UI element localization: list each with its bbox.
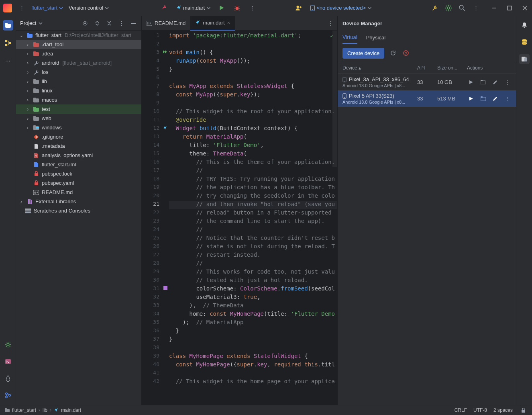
tree-item-lib[interactable]: ›lib: [16, 77, 141, 86]
device-dropdown[interactable]: <no device selected>: [310, 5, 371, 11]
tree-item-android[interactable]: ›android[flutter_start_android]: [16, 58, 141, 67]
tree-item-.gitignore[interactable]: .gitignore: [16, 132, 141, 141]
svg-point-68: [344, 81, 345, 82]
svg-point-13: [450, 9, 451, 10]
search-icon[interactable]: [458, 4, 466, 12]
close-tab-icon[interactable]: ×: [227, 20, 230, 26]
status-indent[interactable]: 2 spaces: [493, 407, 513, 413]
tree-item-macos[interactable]: ›macos: [16, 95, 141, 104]
svg-rect-59: [31, 199, 32, 204]
editor-scrollbar[interactable]: [332, 31, 337, 167]
svg-rect-37: [33, 79, 36, 81]
tree-root[interactable]: ⌄ flutter_start D:\Project\IntelliJ\flut…: [16, 31, 141, 40]
scratches[interactable]: Scratches and Consoles: [16, 206, 141, 215]
device-manager-title: Device Manager: [338, 16, 516, 31]
device-manager-panel: Device Manager Virtual Physical Create d…: [337, 16, 516, 405]
more-run-icon[interactable]: ⋮: [248, 4, 256, 12]
svg-point-10: [446, 5, 447, 6]
structure-tool-button[interactable]: [3, 38, 13, 48]
svg-rect-48: [36, 127, 37, 129]
status-line-ending[interactable]: CRLF: [455, 407, 467, 413]
lock-icon: [33, 180, 39, 186]
tree-item-web[interactable]: ›web: [16, 114, 141, 123]
tree-item-README.md[interactable]: README.md: [16, 188, 141, 197]
tree-item-.metadata[interactable]: .metadata: [16, 141, 141, 151]
notifications-button[interactable]: [519, 20, 530, 31]
external-libraries[interactable]: › External Libraries: [16, 197, 141, 206]
folder-red-icon: [33, 51, 39, 56]
code-with-me-icon[interactable]: [161, 4, 169, 12]
debug-button[interactable]: [233, 4, 241, 12]
status-lock-icon[interactable]: [519, 406, 527, 414]
git-tool-button[interactable]: [4, 391, 12, 399]
project-dropdown[interactable]: flutter_start: [31, 5, 63, 11]
terminal-tool-button[interactable]: [4, 358, 12, 366]
run-config-dropdown[interactable]: main.dart: [176, 5, 210, 11]
hide-panel-icon[interactable]: [129, 19, 137, 27]
svg-point-25: [5, 396, 7, 398]
device-manager-button[interactable]: [519, 54, 530, 64]
ai-assistant-icon[interactable]: [444, 4, 453, 12]
tree-item-pubspec.lock[interactable]: pubspec.lock: [16, 169, 141, 178]
breadcrumb[interactable]: flutter_start› lib› main.dart: [5, 407, 81, 413]
tree-settings-icon[interactable]: ⋮: [117, 19, 125, 27]
project-tool-button[interactable]: [3, 20, 13, 31]
tree-item-.dart_tool[interactable]: ›.dart_tool: [16, 40, 141, 49]
svg-point-24: [5, 393, 7, 395]
device-folder-icon[interactable]: [479, 78, 487, 86]
code-editor[interactable]: ✓ 12345678910111213141516171819202122232…: [142, 31, 337, 405]
folder-icon: [33, 88, 39, 93]
codewithme-users-icon[interactable]: [295, 4, 303, 12]
tab-README.md[interactable]: README.md: [142, 16, 190, 31]
device-edit-icon[interactable]: [491, 95, 499, 103]
device-more-icon[interactable]: ⋮: [503, 95, 511, 103]
device-row-Pixel_3a_API_33_x86_64[interactable]: Pixel_3a_API_33_x86_64Android 13.0 Googl…: [338, 74, 516, 90]
md-icon: [33, 190, 39, 195]
settings-more-icon[interactable]: ⋮: [472, 4, 480, 12]
expand-all-icon[interactable]: [93, 19, 101, 27]
create-device-button[interactable]: Create device: [342, 48, 384, 59]
device-run-icon[interactable]: [467, 95, 475, 103]
tools-icon[interactable]: [431, 4, 439, 12]
device-more-icon[interactable]: ⋮: [503, 78, 511, 86]
collapse-all-icon[interactable]: [105, 19, 113, 27]
problems-tool-button[interactable]: [4, 374, 12, 382]
more-tool-button[interactable]: ⋯: [3, 55, 13, 66]
dm-tab-virtual[interactable]: Virtual: [342, 31, 357, 44]
device-folder-icon[interactable]: [479, 95, 487, 103]
minimize-button[interactable]: [490, 4, 498, 12]
svg-rect-39: [33, 88, 36, 90]
main-menu-icon[interactable]: ⋮: [18, 4, 26, 12]
tree-item-windows[interactable]: ›windows: [16, 123, 141, 132]
tree-item-ios[interactable]: ›ios: [16, 67, 141, 77]
right-toolwindow-rail: [516, 16, 532, 405]
svg-point-4: [312, 9, 313, 10]
select-opened-file-icon[interactable]: [81, 19, 89, 27]
close-button[interactable]: [521, 4, 529, 12]
vcs-dropdown[interactable]: Version control: [69, 5, 109, 11]
database-button[interactable]: [519, 37, 530, 47]
tree-item-analysis_options.yaml[interactable]: Yanalysis_options.yaml: [16, 151, 141, 160]
maximize-button[interactable]: [506, 4, 514, 12]
folder-icon: [33, 116, 39, 121]
tab-main.dart[interactable]: main.dart×: [190, 16, 235, 31]
dm-refresh-icon[interactable]: [389, 49, 397, 57]
device-run-icon[interactable]: [467, 78, 475, 86]
tabs-more-icon[interactable]: ⋮: [328, 20, 337, 26]
services-gear-icon[interactable]: [4, 341, 12, 349]
dm-tab-physical[interactable]: Physical: [366, 31, 385, 44]
svg-text:?: ?: [405, 51, 407, 55]
device-edit-icon[interactable]: [491, 78, 499, 86]
tree-item-linux[interactable]: ›linux: [16, 86, 141, 95]
tree-item-flutter_start.iml[interactable]: flutter_start.iml: [16, 160, 141, 169]
wrench-icon: [33, 60, 39, 66]
status-encoding[interactable]: UTF-8: [473, 407, 487, 413]
device-row-Pixel 5 API 33(S23)[interactable]: Pixel 5 API 33(S23)Android 13.0 Google A…: [338, 90, 516, 107]
svg-point-12: [446, 9, 447, 10]
tree-item-.idea[interactable]: ›.idea: [16, 49, 141, 58]
tree-item-pubspec.yaml[interactable]: pubspec.yaml: [16, 178, 141, 188]
tree-item-test[interactable]: ›test: [16, 104, 141, 114]
run-button[interactable]: [218, 4, 226, 12]
dm-help-icon[interactable]: ?: [402, 49, 410, 57]
folder-win-icon: [33, 125, 39, 130]
